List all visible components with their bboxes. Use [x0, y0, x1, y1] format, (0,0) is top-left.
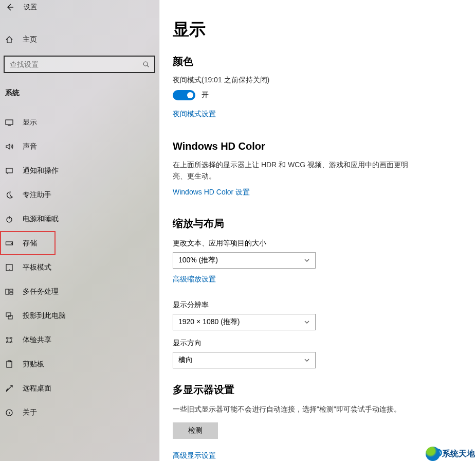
svg-rect-11: [8, 315, 12, 319]
sidebar-item-about[interactable]: 关于: [0, 400, 159, 424]
color-section: 颜色 夜间模式(19:01 之前保持关闭) 开 夜间模式设置: [173, 55, 463, 125]
orientation-value: 横向: [178, 356, 193, 365]
search-input[interactable]: [10, 60, 142, 68]
hd-color-description: 在上面所选择的显示器上让 HDR 和 WCG 视频、游戏和应用中的画面更明亮、更…: [173, 159, 409, 182]
monitor-icon: [5, 118, 13, 127]
sidebar-item-sound[interactable]: 声音: [0, 134, 159, 158]
scaling-heading: 缩放与布局: [173, 217, 463, 230]
back-button[interactable]: [5, 3, 14, 12]
night-light-toggle[interactable]: [173, 90, 195, 100]
night-light-settings-link[interactable]: 夜间模式设置: [173, 110, 216, 119]
sidebar-item-display[interactable]: 显示: [0, 110, 159, 134]
home-nav[interactable]: 主页: [0, 32, 159, 47]
advanced-display-link[interactable]: 高级显示设置: [173, 451, 216, 460]
multitask-icon: [5, 288, 13, 296]
multi-heading: 多显示器设置: [173, 383, 463, 397]
watermark: 系统天地: [426, 447, 475, 461]
search-icon: [142, 60, 150, 68]
remote-icon: [5, 384, 13, 393]
resolution-label: 显示分辨率: [173, 300, 463, 310]
resolution-value: 1920 × 1080 (推荐): [178, 317, 240, 327]
chevron-down-icon: [304, 319, 310, 325]
svg-rect-7: [6, 289, 9, 294]
sidebar-item-tablet[interactable]: 平板模式: [0, 255, 159, 279]
sidebar-item-label: 体验共享: [23, 335, 51, 345]
chevron-down-icon: [304, 257, 310, 263]
sidebar-item-label: 电源和睡眠: [23, 215, 59, 224]
arrow-left-icon: [6, 3, 14, 11]
scale-label: 更改文本、应用等项目的大小: [173, 239, 463, 248]
tablet-icon: [5, 263, 13, 272]
scale-select[interactable]: 100% (推荐): [173, 252, 316, 269]
sidebar-item-label: 平板模式: [23, 263, 51, 272]
project-icon: [5, 312, 13, 320]
moon-icon: [5, 191, 13, 199]
home-label: 主页: [23, 35, 37, 44]
sidebar-item-label: 专注助手: [23, 190, 51, 200]
page-title: 显示: [173, 19, 463, 41]
sidebar-item-focus[interactable]: 专注助手: [0, 183, 159, 207]
sidebar-item-label: 存储: [23, 239, 37, 248]
chevron-down-icon: [304, 357, 310, 363]
orientation-select[interactable]: 横向: [173, 352, 316, 368]
detect-button[interactable]: 检测: [173, 422, 218, 439]
svg-point-5: [11, 243, 12, 244]
svg-point-13: [10, 337, 12, 339]
multi-display-section: 多显示器设置 一些旧式显示器可能不会进行自动连接，选择"检测"即可尝试手动连接。…: [173, 383, 463, 461]
svg-rect-1: [6, 120, 13, 125]
sidebar-item-power[interactable]: 电源和睡眠: [0, 207, 159, 231]
sidebar-item-label: 声音: [23, 142, 37, 151]
scale-value: 100% (推荐): [178, 256, 218, 265]
clipboard-icon: [5, 360, 13, 368]
svg-rect-9: [10, 292, 13, 294]
svg-rect-8: [10, 289, 13, 291]
multi-description: 一些旧式显示器可能不会进行自动连接，选择"检测"即可尝试手动连接。: [173, 404, 409, 415]
globe-icon: [426, 447, 440, 461]
nav-list: 显示 声音 通知和操作 专注助手 电源和睡眠 存储 平板模式 多任务处理: [0, 110, 159, 424]
toggle-state: 开: [202, 91, 209, 100]
sidebar-item-label: 显示: [23, 118, 37, 127]
home-icon: [5, 36, 13, 44]
share-icon: [5, 336, 13, 344]
sidebar-item-remote[interactable]: 远程桌面: [0, 376, 159, 400]
night-light-label: 夜间模式(19:01 之前保持关闭): [173, 76, 463, 85]
sidebar-item-multitask[interactable]: 多任务处理: [0, 279, 159, 304]
svg-point-0: [143, 62, 148, 66]
sound-icon: [5, 143, 13, 151]
hd-color-settings-link[interactable]: Windows HD Color 设置: [173, 188, 250, 197]
svg-point-14: [6, 341, 8, 343]
watermark-text: 系统天地: [442, 449, 475, 459]
storage-icon: [5, 239, 13, 247]
app-title: 设置: [24, 3, 37, 12]
main-panel: 显示 颜色 夜间模式(19:01 之前保持关闭) 开 夜间模式设置 Window…: [159, 0, 476, 461]
scaling-section: 缩放与布局 更改文本、应用等项目的大小 100% (推荐) 高级缩放设置 显示分…: [173, 217, 463, 368]
sidebar-item-label: 剪贴板: [23, 360, 44, 369]
power-icon: [5, 215, 13, 223]
sidebar-item-label: 通知和操作: [23, 166, 59, 175]
sidebar-item-projecting[interactable]: 投影到此电脑: [0, 304, 159, 328]
sidebar: 设置 主页 系统 显示 声音 通知和操作 专注助手: [0, 0, 159, 461]
color-heading: 颜色: [173, 55, 463, 68]
advanced-scaling-link[interactable]: 高级缩放设置: [173, 275, 216, 284]
svg-point-15: [10, 341, 12, 343]
search-box[interactable]: [4, 56, 155, 73]
sidebar-item-label: 远程桌面: [23, 384, 51, 393]
notification-icon: [5, 167, 13, 175]
sidebar-item-label: 投影到此电脑: [23, 311, 66, 321]
sidebar-item-notifications[interactable]: 通知和操作: [0, 158, 159, 183]
sidebar-item-storage[interactable]: 存储: [0, 231, 56, 255]
info-icon: [5, 409, 13, 417]
hd-color-section: Windows HD Color 在上面所选择的显示器上让 HDR 和 WCG …: [173, 140, 463, 203]
orientation-label: 显示方向: [173, 339, 463, 348]
resolution-select[interactable]: 1920 × 1080 (推荐): [173, 314, 316, 330]
svg-rect-2: [6, 168, 12, 173]
svg-point-12: [6, 337, 8, 339]
sidebar-item-label: 多任务处理: [23, 287, 59, 296]
hd-color-heading: Windows HD Color: [173, 140, 463, 152]
section-heading: 系统: [0, 88, 159, 98]
sidebar-item-shared[interactable]: 体验共享: [0, 328, 159, 352]
sidebar-item-label: 关于: [23, 408, 37, 417]
sidebar-item-clipboard[interactable]: 剪贴板: [0, 352, 159, 376]
